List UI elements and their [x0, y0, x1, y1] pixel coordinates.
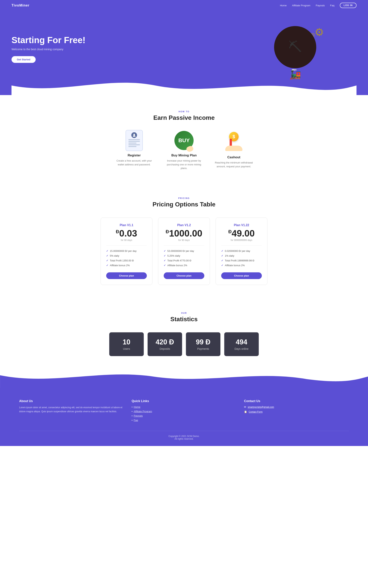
plan-v1-1-duration: for 90 days [106, 239, 147, 241]
buy-plan-title: Buy Mining Plan [165, 154, 203, 157]
plan-v1-22-features: 0.02000000 Đ/ per day 1% daily Total Pro… [221, 248, 262, 268]
plan-v1-2-name: Plan V1.2 [164, 223, 204, 227]
nav-faq[interactable]: Faq [330, 4, 334, 7]
contact-email[interactable]: smartyscripts@gmail.com [248, 406, 274, 408]
choose-plan-v1-22[interactable]: Choose plan [221, 272, 262, 279]
how-to-title: Earn Passive Income [11, 114, 357, 121]
footer: About Us Lorem ipsum dolor sit amet, con… [0, 388, 368, 446]
footer-contact: Contact Us ✉ smartyscripts@gmail.com 📋 C… [244, 399, 349, 423]
stat-users-number: 10 [117, 338, 136, 346]
get-started-button[interactable]: Get Started [11, 56, 36, 63]
login-button[interactable]: LOG IN [340, 3, 357, 8]
hero-section: Starting For Free! Welcome to the best c… [0, 11, 368, 95]
how-card-register: Register Create a free account, with you… [115, 131, 153, 170]
footer-links-title: Quick Links [132, 399, 237, 403]
plan-v1-22: Plan V1.22 Đ49.00 for 9999999999 days 0.… [216, 218, 267, 285]
pricing-title: Pricing Options Table [11, 201, 357, 208]
stats-section: OUR Statistics 10 Users 420 Đ Deposits 9… [0, 296, 368, 368]
feature-item: 1% daily [221, 253, 262, 258]
register-icon [126, 130, 143, 151]
how-card-buy: BUY Buy Mining Plan Increase your mining… [165, 131, 203, 170]
footer-link-home: Home [132, 405, 237, 408]
hero-content: Starting For Free! Welcome to the best c… [11, 35, 85, 63]
stats-cards: 10 Users 420 Đ Deposits 99 Đ Payments 49… [11, 332, 357, 356]
stat-payments-label: Payments [193, 347, 213, 350]
stat-days-online-number: 494 [232, 338, 251, 346]
plan-v1-22-name: Plan V1.22 [221, 223, 262, 227]
hero-circle: ⛏ [274, 26, 316, 68]
stat-users-label: Users [117, 347, 136, 350]
feature-item: 0.02000000 Đ/ per day [221, 248, 262, 253]
feature-item: Total Profit 1350.00 Đ [106, 258, 147, 263]
plan-v1-22-duration: for 9999999999 days [221, 239, 262, 241]
footer-quick-links: Quick Links Home Affiliate Program Payou… [132, 399, 237, 423]
footer-link-affiliate: Affiliate Program [132, 410, 237, 413]
footer-about-text: Lorem ipsum dolor sit amet, consectetur … [19, 405, 124, 413]
stat-payments: 99 Đ Payments [186, 332, 221, 356]
nav-payouts[interactable]: Payouts [316, 4, 325, 7]
choose-plan-v1-2[interactable]: Choose plan [164, 272, 204, 279]
footer-bottom: Copyright © 2021 SCM Demo. All rights re… [19, 431, 349, 440]
footer-about: About Us Lorem ipsum dolor sit amet, con… [19, 399, 124, 423]
feature-item: Affiliate bonus 2% [164, 263, 204, 268]
miners-icon: ⛏ [288, 39, 302, 55]
stats-title: Statistics [11, 316, 357, 323]
cashout-title: Cashout [215, 156, 253, 159]
footer-link-payouts: Payouts [132, 414, 237, 417]
gear-icon: ⚙ [314, 26, 324, 38]
feature-item: 5.25% daily [164, 253, 204, 258]
footer-wave [0, 368, 368, 388]
stat-deposits-label: Deposits [155, 347, 175, 350]
form-icon: 📋 [244, 410, 247, 413]
plan-v1-1: Plan V1.1 Đ0.03 for 90 days 15.00000000 … [101, 218, 152, 285]
plan-v1-1-name: Plan V1.1 [106, 223, 147, 227]
footer-about-title: About Us [19, 399, 124, 403]
buy-plan-desc: Increase your mining power by purchasing… [165, 159, 203, 170]
stat-users: 10 Users [109, 332, 144, 356]
footer-contact-title: Contact Us [244, 399, 349, 403]
pricing-cards: Plan V1.1 Đ0.03 for 90 days 15.00000000 … [11, 218, 357, 285]
hero-title: Starting For Free! [11, 35, 85, 45]
contact-form-link[interactable]: Contact Form [248, 411, 263, 413]
email-icon: ✉ [244, 405, 246, 408]
plan-v1-1-price: Đ0.03 [106, 229, 147, 238]
feature-item: Total Profit 4770.00 Đ [164, 258, 204, 263]
how-to-label: HOW TO [11, 110, 357, 113]
nav-home[interactable]: Home [280, 4, 287, 7]
plan-v1-2-duration: for 90 days [164, 239, 204, 241]
footer-link-faq: Faq [132, 419, 237, 422]
brand-logo: TivoMiner [11, 3, 29, 8]
nav-links: Home Affiliate Program Payouts Faq LOG I… [280, 3, 357, 8]
feature-item: Affiliate bonus 2% [106, 263, 147, 268]
contact-form-item: 📋 Contact Form [244, 410, 349, 413]
how-card-cashout: $ Cashout Reaching the minimum withdrawa… [215, 131, 253, 170]
plan-v1-2: Plan V1.2 Đ1000.00 for 90 days 53.000000… [158, 218, 210, 285]
register-title: Register [115, 154, 153, 157]
feature-item: 53.00000000 Đ/ per day [164, 248, 204, 253]
stat-days-online-label: Days online [232, 347, 251, 350]
plan-v1-2-features: 53.00000000 Đ/ per day 5.25% daily Total… [164, 248, 204, 268]
cashout-icon: $ [224, 132, 243, 151]
plan-v1-2-price: Đ1000.00 [164, 229, 204, 238]
feature-item: 5% daily [106, 253, 147, 258]
buy-icon: BUY [175, 131, 193, 150]
contact-email-item: ✉ smartyscripts@gmail.com [244, 405, 349, 408]
copyright-text: Copyright © 2021 SCM Demo. [19, 435, 349, 438]
pricing-label: PRICING [11, 197, 357, 199]
pricing-section: PRICING Pricing Options Table Plan V1.1 … [0, 182, 368, 296]
stat-payments-number: 99 Đ [193, 338, 213, 346]
how-to-cards: Register Create a free account, with you… [11, 131, 357, 170]
nav-affiliate[interactable]: Affiliate Program [292, 4, 310, 7]
feature-item: Total Profit 19999999.98 Đ [221, 258, 262, 263]
register-desc: Create a free account, with your wallet … [115, 159, 153, 166]
choose-plan-v1-1[interactable]: Choose plan [106, 272, 147, 279]
footer-grid: About Us Lorem ipsum dolor sit amet, con… [19, 399, 349, 423]
hero-illustration: ⚙ ⚙ ⛏ 🚂 [265, 26, 326, 80]
footer-links-list: Home Affiliate Program Payouts Faq [132, 405, 237, 422]
svg-point-0 [133, 134, 135, 135]
hero-subtitle: Welcome to the best cloud mining company [11, 48, 85, 51]
feature-item: 15.00000000 Đ/ per day [106, 248, 147, 253]
plan-v1-1-features: 15.00000000 Đ/ per day 5% daily Total Pr… [106, 248, 147, 268]
how-to-section: HOW TO Earn Passive Income [0, 95, 368, 182]
footer-wave-wrap [0, 368, 368, 388]
